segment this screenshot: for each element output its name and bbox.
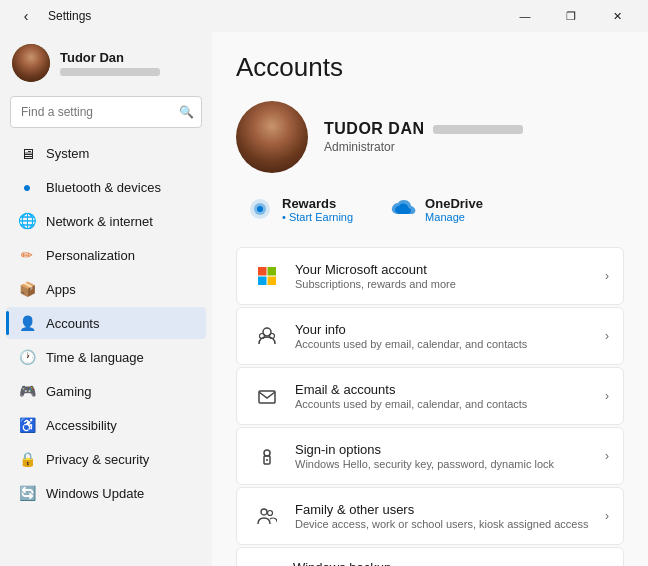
- onedrive-icon: [389, 195, 417, 223]
- search-input[interactable]: [10, 96, 202, 128]
- nav-item-accounts[interactable]: 👤 Accounts: [6, 307, 206, 339]
- onedrive-name: OneDrive: [425, 196, 483, 211]
- nav-label-personalization: Personalization: [46, 248, 135, 263]
- nav-item-system[interactable]: 🖥 System: [6, 137, 206, 169]
- chevron-icon: ›: [605, 269, 609, 283]
- hero-info: TUDOR DAN Administrator: [324, 120, 523, 154]
- user-profile[interactable]: Tudor Dan: [0, 32, 212, 92]
- network-icon: 🌐: [18, 212, 36, 230]
- hero-name-blur: [433, 125, 523, 134]
- system-icon: 🖥: [18, 144, 36, 162]
- svg-rect-6: [268, 277, 277, 286]
- chevron-icon: ›: [605, 509, 609, 523]
- your-info-icon: [251, 320, 283, 352]
- page-title: Accounts: [236, 52, 624, 83]
- backup-item[interactable]: Windows backup Back up your files, apps,…: [236, 547, 624, 566]
- microsoft-account-title: Your Microsoft account: [295, 262, 456, 277]
- svg-point-13: [266, 459, 268, 461]
- window-controls: — ❐ ✕: [502, 0, 640, 32]
- svg-point-11: [264, 450, 270, 456]
- nav-item-apps[interactable]: 📦 Apps: [6, 273, 206, 305]
- sign-in-icon: [251, 440, 283, 472]
- nav-item-time[interactable]: 🕐 Time & language: [6, 341, 206, 373]
- rewards-card[interactable]: Rewards • Start Earning: [236, 189, 363, 229]
- sidebar: Tudor Dan 🔍 🖥 System ● Bluetooth & devic…: [0, 32, 212, 566]
- nav-label-accessibility: Accessibility: [46, 418, 117, 433]
- email-accounts-sub: Accounts used by email, calendar, and co…: [295, 398, 527, 410]
- minimize-button[interactable]: —: [502, 0, 548, 32]
- family-item[interactable]: Family & other users Device access, work…: [236, 487, 624, 545]
- family-sub: Device access, work or school users, kio…: [295, 518, 588, 530]
- user-name: Tudor Dan: [60, 50, 160, 65]
- your-info-title: Your info: [295, 322, 527, 337]
- nav-item-update[interactable]: 🔄 Windows Update: [6, 477, 206, 509]
- email-icon: [251, 380, 283, 412]
- your-info-sub: Accounts used by email, calendar, and co…: [295, 338, 527, 350]
- user-email: [60, 68, 160, 76]
- nav-item-gaming[interactable]: 🎮 Gaming: [6, 375, 206, 407]
- rewards-sub: • Start Earning: [282, 211, 353, 223]
- nav-label-privacy: Privacy & security: [46, 452, 149, 467]
- close-button[interactable]: ✕: [594, 0, 640, 32]
- chevron-icon: ›: [605, 449, 609, 463]
- nav-item-accessibility[interactable]: ♿ Accessibility: [6, 409, 206, 441]
- svg-rect-4: [268, 267, 277, 276]
- nav-label-network: Network & internet: [46, 214, 153, 229]
- rewards-icon: [246, 195, 274, 223]
- nav-item-privacy[interactable]: 🔒 Privacy & security: [6, 443, 206, 475]
- svg-rect-5: [258, 277, 267, 286]
- main-content: Accounts TUDOR DAN Administrator: [212, 32, 648, 566]
- avatar: [12, 44, 50, 82]
- hero-role: Administrator: [324, 140, 523, 154]
- svg-point-14: [261, 509, 267, 515]
- sign-in-sub: Windows Hello, security key, password, d…: [295, 458, 554, 470]
- microsoft-account-item[interactable]: Your Microsoft account Subscriptions, re…: [236, 247, 624, 305]
- onedrive-card[interactable]: OneDrive Manage: [379, 189, 493, 229]
- nav-label-system: System: [46, 146, 89, 161]
- email-accounts-item[interactable]: Email & accounts Accounts used by email,…: [236, 367, 624, 425]
- nav-item-network[interactable]: 🌐 Network & internet: [6, 205, 206, 237]
- accounts-icon: 👤: [18, 314, 36, 332]
- search-box: 🔍: [10, 96, 202, 128]
- apps-icon: 📦: [18, 280, 36, 298]
- gaming-icon: 🎮: [18, 382, 36, 400]
- bluetooth-icon: ●: [18, 178, 36, 196]
- services-row: Rewards • Start Earning OneDrive Manage: [236, 189, 624, 229]
- hero-name: TUDOR DAN: [324, 120, 425, 138]
- chevron-icon: ›: [605, 329, 609, 343]
- onedrive-sub: Manage: [425, 211, 483, 223]
- app-title: Settings: [48, 9, 91, 23]
- svg-rect-3: [258, 267, 267, 276]
- settings-list: Your Microsoft account Subscriptions, re…: [236, 247, 624, 566]
- search-icon: 🔍: [179, 105, 194, 119]
- nav-item-bluetooth[interactable]: ● Bluetooth & devices: [6, 171, 206, 203]
- microsoft-account-sub: Subscriptions, rewards and more: [295, 278, 456, 290]
- microsoft-account-icon: [251, 260, 283, 292]
- chevron-icon: ›: [605, 389, 609, 403]
- nav-label-apps: Apps: [46, 282, 76, 297]
- rewards-name: Rewards: [282, 196, 353, 211]
- family-icon: [251, 500, 283, 532]
- nav-label-gaming: Gaming: [46, 384, 92, 399]
- sign-in-title: Sign-in options: [295, 442, 554, 457]
- svg-point-15: [268, 511, 273, 516]
- accessibility-icon: ♿: [18, 416, 36, 434]
- nav-label-update: Windows Update: [46, 486, 144, 501]
- hero-avatar: [236, 101, 308, 173]
- backup-title: Windows backup: [293, 560, 605, 566]
- title-bar: ‹ Settings — ❐ ✕: [0, 0, 648, 32]
- family-title: Family & other users: [295, 502, 588, 517]
- back-button[interactable]: ‹: [12, 0, 40, 32]
- email-accounts-title: Email & accounts: [295, 382, 527, 397]
- privacy-icon: 🔒: [18, 450, 36, 468]
- svg-rect-10: [259, 391, 275, 403]
- nav-item-personalization[interactable]: ✏ Personalization: [6, 239, 206, 271]
- account-hero: TUDOR DAN Administrator: [236, 101, 624, 173]
- your-info-item[interactable]: Your info Accounts used by email, calend…: [236, 307, 624, 365]
- sign-in-item[interactable]: Sign-in options Windows Hello, security …: [236, 427, 624, 485]
- personalization-icon: ✏: [18, 246, 36, 264]
- maximize-button[interactable]: ❐: [548, 0, 594, 32]
- nav-label-bluetooth: Bluetooth & devices: [46, 180, 161, 195]
- update-icon: 🔄: [18, 484, 36, 502]
- nav-label-time: Time & language: [46, 350, 144, 365]
